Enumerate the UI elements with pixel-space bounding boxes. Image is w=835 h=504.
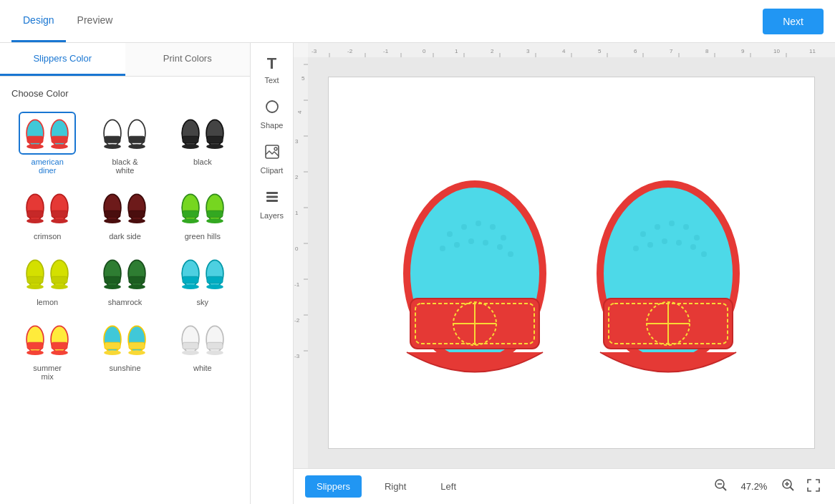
color-item-black-white[interactable]: black & white <box>89 109 160 178</box>
svg-rect-61 <box>105 342 120 349</box>
color-label-sunshine: sunshine <box>109 364 140 372</box>
color-item-green-hills[interactable]: green hills <box>167 183 238 243</box>
tool-layers[interactable]: Layers <box>254 183 291 226</box>
svg-text:7: 7 <box>670 48 673 54</box>
svg-rect-77 <box>266 200 278 202</box>
svg-point-5 <box>51 144 68 149</box>
color-label-american-diner: american diner <box>32 158 64 175</box>
tool-clipart[interactable]: Clipart <box>254 138 291 180</box>
slipper-thumb-svg <box>100 321 149 357</box>
svg-rect-43 <box>105 276 120 283</box>
svg-point-8 <box>105 144 122 149</box>
color-item-dark-side[interactable]: dark side <box>89 183 160 243</box>
fullscreen-button[interactable] <box>803 475 824 498</box>
svg-rect-28 <box>129 210 145 217</box>
svg-rect-52 <box>207 276 223 283</box>
zoom-out-button[interactable] <box>710 475 730 498</box>
svg-text:2: 2 <box>491 48 494 54</box>
svg-point-56 <box>26 350 44 355</box>
clipart-icon <box>264 144 280 163</box>
svg-point-62 <box>105 350 122 355</box>
svg-rect-22 <box>52 210 67 217</box>
svg-point-35 <box>206 218 223 223</box>
svg-rect-67 <box>183 342 198 349</box>
header-tabs: Design Preview <box>11 0 124 42</box>
tab-design[interactable]: Design <box>11 0 66 42</box>
svg-point-59 <box>51 350 68 355</box>
svg-point-155 <box>633 246 639 251</box>
tab-slippers-color[interactable]: Slippers Color <box>0 43 125 76</box>
svg-rect-64 <box>129 342 145 349</box>
view-tab-right[interactable]: Right <box>373 475 418 498</box>
tool-shape[interactable]: Shape <box>254 93 291 135</box>
svg-point-141 <box>483 240 488 246</box>
zoom-value: 47.2% <box>736 481 772 492</box>
canvas-content <box>308 57 835 468</box>
svg-text:9: 9 <box>741 48 745 54</box>
svg-text:4: 4 <box>296 110 303 114</box>
svg-point-154 <box>694 235 700 241</box>
slipper-thumb-svg <box>100 256 149 291</box>
svg-rect-70 <box>207 342 223 349</box>
svg-point-68 <box>182 350 199 355</box>
svg-point-17 <box>206 144 223 149</box>
svg-point-11 <box>129 144 146 149</box>
color-item-american-diner[interactable]: american diner <box>11 109 83 178</box>
next-button[interactable]: Next <box>763 9 824 34</box>
svg-point-20 <box>26 218 44 223</box>
svg-point-44 <box>105 284 122 289</box>
svg-rect-55 <box>27 342 43 349</box>
tab-preview[interactable]: Preview <box>66 0 125 42</box>
color-item-shamrock[interactable]: shamrock <box>89 249 160 309</box>
tab-print-colors[interactable]: Print Colors <box>125 43 251 76</box>
slipper-thumb-svg <box>23 256 72 291</box>
svg-point-14 <box>182 144 199 149</box>
svg-point-41 <box>51 284 68 289</box>
svg-text:-1: -1 <box>294 281 300 288</box>
svg-point-143 <box>508 251 513 257</box>
svg-point-71 <box>206 350 223 355</box>
svg-point-139 <box>454 242 460 248</box>
color-item-sky[interactable]: sky <box>167 249 238 309</box>
svg-point-135 <box>476 220 481 226</box>
svg-rect-75 <box>266 192 278 194</box>
view-tab-slippers[interactable]: Slippers <box>305 475 362 498</box>
color-item-crimson[interactable]: crimson <box>11 183 83 243</box>
svg-point-159 <box>690 244 696 250</box>
color-item-summer-mix[interactable]: summer mix <box>11 315 83 384</box>
svg-point-26 <box>105 218 122 223</box>
main-layout: Slippers Color Print Colors Choose Color <box>0 43 835 504</box>
color-item-sunshine[interactable]: sunshine <box>89 315 160 384</box>
ruler-left: 5 4 3 2 1 0 -1 <box>294 57 308 468</box>
zoom-in-icon <box>781 478 795 492</box>
color-item-black[interactable]: black <box>167 109 238 178</box>
ruler-left-svg: 5 4 3 2 1 0 -1 <box>294 57 308 468</box>
svg-text:8: 8 <box>705 48 709 54</box>
color-label-summer-mix: summer mix <box>33 364 62 381</box>
view-tab-left[interactable]: Left <box>429 475 468 498</box>
svg-point-151 <box>655 224 660 230</box>
color-item-lemon[interactable]: lemon <box>11 249 83 309</box>
svg-point-136 <box>490 224 496 230</box>
svg-point-65 <box>129 350 146 355</box>
svg-rect-13 <box>183 136 198 142</box>
svg-rect-49 <box>183 276 198 283</box>
bottom-bar: Slippers Right Left 47. <box>294 468 835 504</box>
svg-text:-3: -3 <box>294 353 300 359</box>
svg-rect-34 <box>207 210 223 217</box>
svg-point-158 <box>676 240 682 246</box>
svg-point-157 <box>662 238 667 244</box>
zoom-in-button[interactable] <box>778 475 798 498</box>
slipper-thumb-sky <box>174 252 231 295</box>
slipper-thumb-black-white <box>96 112 153 155</box>
color-item-white[interactable]: white <box>167 315 238 384</box>
tool-text[interactable]: T Text <box>254 49 291 90</box>
svg-rect-4 <box>52 136 67 142</box>
svg-text:3: 3 <box>295 138 299 145</box>
slipper-thumb-summer-mix <box>19 318 76 361</box>
color-label-green-hills: green hills <box>185 232 221 241</box>
svg-rect-10 <box>129 136 145 142</box>
fullscreen-icon <box>806 478 821 493</box>
svg-text:0: 0 <box>295 246 299 252</box>
svg-text:-2: -2 <box>347 48 353 54</box>
